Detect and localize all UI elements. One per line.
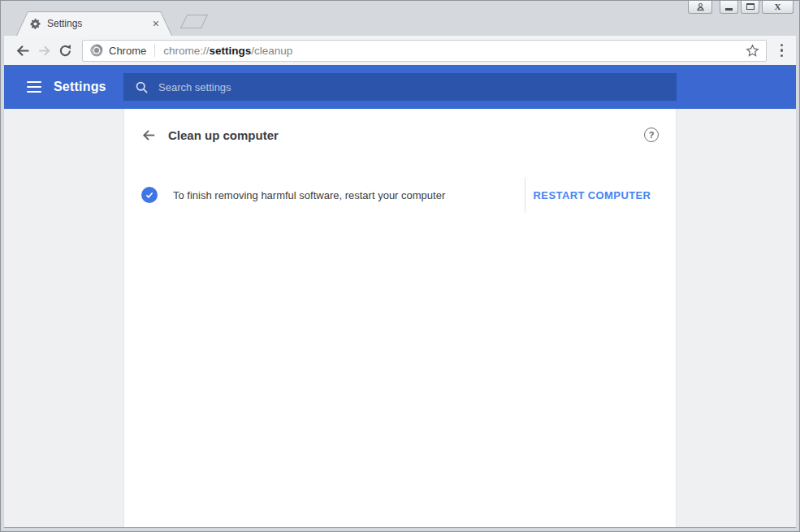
maximize-icon — [746, 3, 755, 10]
url-host: settings — [210, 45, 252, 57]
new-tab-button[interactable] — [180, 15, 208, 28]
back-arrow-button[interactable] — [141, 128, 157, 143]
gear-icon — [30, 19, 41, 29]
help-icon[interactable]: ? — [644, 128, 659, 142]
restart-computer-button[interactable]: RESTART COMPUTER — [525, 189, 659, 201]
omnibox-divider — [154, 44, 155, 57]
close-button[interactable]: X — [762, 0, 794, 14]
close-icon: X — [775, 2, 781, 11]
reload-button[interactable] — [54, 43, 76, 58]
address-bar[interactable]: Chrome chrome://settings/cleanup — [82, 40, 767, 62]
chrome-logo-icon — [90, 44, 103, 57]
settings-title: Settings — [54, 80, 106, 94]
tab-title: Settings — [47, 18, 82, 29]
subpage-header: Clean up computer ? — [124, 109, 676, 161]
forward-arrow-icon — [37, 43, 52, 58]
site-label: Chrome — [109, 45, 146, 57]
tab-close-icon[interactable]: × — [153, 18, 159, 29]
profile-button[interactable] — [688, 0, 712, 14]
settings-content: Clean up computer ? To finish removing h… — [4, 109, 796, 528]
url-scheme: chrome:// — [163, 45, 209, 57]
browser-window: Settings × X — [0, 0, 800, 532]
maximize-button[interactable] — [741, 0, 759, 14]
bookmark-star-icon[interactable] — [746, 44, 759, 58]
menu-icon[interactable] — [25, 80, 43, 94]
restart-row: To finish removing harmful software, res… — [124, 161, 676, 229]
back-arrow-icon — [15, 42, 32, 59]
back-button[interactable] — [12, 42, 33, 59]
tab-settings[interactable]: Settings × — [16, 11, 172, 36]
forward-button[interactable] — [33, 43, 54, 58]
reload-icon — [58, 43, 73, 58]
browser-menu-button[interactable] — [777, 41, 787, 61]
search-icon — [135, 80, 149, 94]
page-title: Clean up computer — [168, 128, 279, 142]
person-icon — [696, 2, 705, 11]
browser-toolbar: Chrome chrome://settings/cleanup — [4, 36, 796, 65]
minimize-icon — [725, 8, 733, 11]
check-circle-icon — [141, 187, 158, 203]
url-text: chrome://settings/cleanup — [163, 45, 292, 57]
settings-header: Settings — [4, 65, 796, 109]
minimize-button[interactable] — [720, 0, 738, 14]
window-controls: X — [688, 0, 794, 14]
settings-search[interactable] — [123, 73, 677, 101]
restart-message: To finish removing harmful software, res… — [173, 189, 445, 201]
search-input[interactable] — [149, 73, 677, 101]
cleanup-card: Clean up computer ? To finish removing h… — [123, 109, 677, 527]
tab-strip: Settings × X — [4, 0, 796, 36]
url-path: /cleanup — [251, 45, 292, 57]
